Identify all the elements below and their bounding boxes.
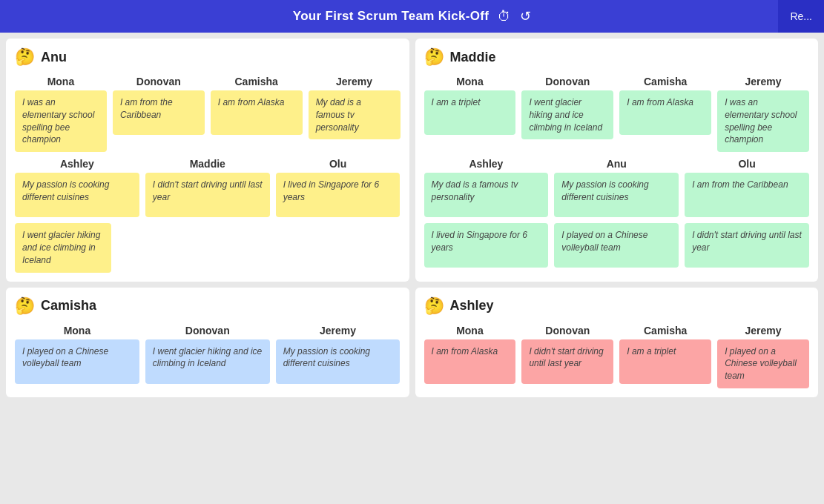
anu-emoji: 🤔 (15, 47, 35, 67)
camisha-emoji: 🤔 (15, 296, 35, 316)
maddie-anu-group: Anu My passion is cooking different cuis… (554, 158, 679, 217)
panel-anu: 🤔 Anu Mona I was an elementary school sp… (6, 39, 409, 282)
maddie-anu-name: Anu (607, 158, 627, 170)
ashley-jeremy-group: Jeremy I played on a Chinese volleyball … (717, 325, 809, 388)
camisha-mona-name: Mona (64, 325, 91, 336)
maddie-jeremy-card[interactable]: I was an elementary school spelling bee … (717, 90, 809, 152)
maddie-camisha-group: Camisha I am from Alaska (619, 76, 711, 152)
anu-extra-card-0[interactable]: I went glacier hiking and ice climbing i… (15, 223, 111, 272)
ashley-jeremy-card[interactable]: I played on a Chinese volleyball team (717, 339, 809, 388)
anu-donovan-card[interactable]: I am from the Caribbean (113, 90, 205, 135)
anu-mona-card[interactable]: I was an elementary school spelling bee … (15, 90, 107, 152)
anu-ashley-name: Ashley (60, 158, 94, 170)
anu-ashley-card[interactable]: My passion is cooking different cuisines (15, 173, 139, 217)
maddie-jeremy-group: Jeremy I was an elementary school spelli… (717, 76, 809, 152)
ashley-camisha-card[interactable]: I am a triplet (619, 339, 711, 384)
camisha-donovan-name: Donovan (185, 325, 230, 336)
maddie-donovan-card[interactable]: I went glacier hiking and ice climbing i… (521, 90, 613, 139)
camisha-title: Camisha (41, 298, 96, 314)
maddie-mona-card[interactable]: I am a triplet (424, 90, 516, 135)
maddie-olu-group: Olu I am from the Caribbean (685, 158, 809, 217)
maddie-olu-card[interactable]: I am from the Caribbean (685, 173, 809, 217)
anu-jeremy-card[interactable]: My dad is a famous tv personality (309, 90, 401, 139)
header-icons: ⏱ ↺ (498, 8, 531, 24)
camisha-donovan-group: Donovan I went glacier hiking and ice cl… (145, 325, 270, 384)
camisha-jeremy-group: Jeremy My passion is cooking different c… (276, 325, 401, 384)
maddie-camisha-card[interactable]: I am from Alaska (619, 90, 711, 135)
maddie-donovan-group: Donovan I went glacier hiking and ice cl… (521, 76, 613, 152)
refresh-icon[interactable]: ↺ (520, 8, 531, 24)
maddie-title: Maddie (450, 50, 496, 65)
header: Your First Scrum Team Kick-Off ⏱ ↺ Re... (0, 0, 824, 33)
maddie-emoji: 🤔 (424, 47, 444, 67)
anu-olu-group: Olu I lived in Singapore for 6 years (276, 158, 401, 217)
maddie-ashley-group: Ashley My dad is a famous tv personality (424, 158, 549, 217)
maddie-bottom-card-1[interactable]: I played on a Chinese volleyball team (554, 223, 679, 268)
ashley-camisha-name: Camisha (644, 325, 687, 336)
anu-donovan-name: Donovan (136, 76, 181, 87)
anu-extra-cards: I went glacier hiking and ice climbing i… (15, 223, 111, 272)
panel-ashley: 🤔 Ashley Mona I am from Alaska Donovan I… (415, 288, 819, 397)
anu-panel-header: 🤔 Anu (15, 47, 401, 67)
anu-mona-group: Mona I was an elementary school spelling… (15, 76, 107, 152)
maddie-top-row: Mona I am a triplet Donovan I went glaci… (424, 76, 810, 152)
header-title: Your First Scrum Team Kick-Off (293, 9, 489, 24)
ashley-emoji: 🤔 (424, 296, 444, 316)
main-content: 🤔 Anu Mona I was an elementary school sp… (0, 33, 824, 403)
anu-maddie-name: Maddie (190, 158, 225, 170)
camisha-jeremy-card[interactable]: My passion is cooking different cuisines (276, 339, 401, 384)
anu-jeremy-name: Jeremy (336, 76, 372, 87)
maddie-donovan-name: Donovan (545, 76, 590, 87)
ashley-mona-card[interactable]: I am from Alaska (424, 339, 516, 384)
maddie-mona-group: Mona I am a triplet (424, 76, 516, 152)
anu-ashley-group: Ashley My passion is cooking different c… (15, 158, 139, 217)
camisha-jeremy-name: Jeremy (320, 325, 356, 336)
ashley-donovan-name: Donovan (545, 325, 590, 336)
timer-icon[interactable]: ⏱ (498, 9, 511, 24)
anu-camisha-name: Camisha (235, 76, 278, 87)
camisha-donovan-card[interactable]: I went glacier hiking and ice climbing i… (145, 339, 270, 384)
maddie-olu-name: Olu (738, 158, 755, 170)
anu-title: Anu (41, 50, 67, 65)
ashley-mona-name: Mona (456, 325, 484, 336)
anu-camisha-group: Camisha I am from Alaska (211, 76, 303, 152)
camisha-panel-header: 🤔 Camisha (15, 296, 401, 316)
anu-jeremy-group: Jeremy My dad is a famous tv personality (309, 76, 401, 152)
maddie-bottom-card-0[interactable]: I lived in Singapore for 6 years (424, 223, 549, 268)
maddie-middle-row: Ashley My dad is a famous tv personality… (424, 158, 810, 217)
anu-top-row: Mona I was an elementary school spelling… (15, 76, 401, 152)
camisha-top-row: Mona I played on a Chinese volleyball te… (15, 325, 401, 384)
camisha-mona-card[interactable]: I played on a Chinese volleyball team (15, 339, 139, 384)
anu-bottom-row: Ashley My passion is cooking different c… (15, 158, 401, 217)
anu-donovan-group: Donovan I am from the Caribbean (113, 76, 205, 152)
ashley-mona-group: Mona I am from Alaska (424, 325, 516, 388)
ashley-panel-header: 🤔 Ashley (424, 296, 810, 316)
anu-maddie-card[interactable]: I didn't start driving until last year (145, 173, 270, 217)
maddie-bottom-cards: I lived in Singapore for 6 years I playe… (424, 223, 810, 268)
panel-camisha: 🤔 Camisha Mona I played on a Chinese vol… (6, 288, 409, 397)
maddie-mona-name: Mona (456, 76, 484, 87)
anu-camisha-card[interactable]: I am from Alaska (211, 90, 303, 135)
anu-mona-name: Mona (47, 76, 75, 87)
header-right-button[interactable]: Re... (778, 0, 824, 33)
maddie-ashley-card[interactable]: My dad is a famous tv personality (424, 173, 549, 217)
camisha-mona-group: Mona I played on a Chinese volleyball te… (15, 325, 139, 384)
ashley-jeremy-name: Jeremy (745, 325, 782, 336)
anu-maddie-group: Maddie I didn't start driving until last… (145, 158, 270, 217)
ashley-camisha-group: Camisha I am a triplet (619, 325, 711, 388)
ashley-top-row: Mona I am from Alaska Donovan I didn't s… (424, 325, 810, 388)
maddie-anu-card[interactable]: My passion is cooking different cuisines (554, 173, 679, 217)
maddie-panel-header: 🤔 Maddie (424, 47, 810, 67)
ashley-title: Ashley (450, 298, 494, 314)
anu-olu-name: Olu (329, 158, 346, 170)
maddie-jeremy-name: Jeremy (745, 76, 782, 87)
maddie-camisha-name: Camisha (644, 76, 687, 87)
ashley-donovan-card[interactable]: I didn't start driving until last year (521, 339, 613, 384)
panel-maddie: 🤔 Maddie Mona I am a triplet Donovan I w… (415, 39, 819, 282)
maddie-bottom-card-2[interactable]: I didn't start driving until last year (685, 223, 809, 268)
maddie-ashley-name: Ashley (469, 158, 503, 170)
anu-olu-card[interactable]: I lived in Singapore for 6 years (276, 173, 401, 217)
ashley-donovan-group: Donovan I didn't start driving until las… (521, 325, 613, 388)
